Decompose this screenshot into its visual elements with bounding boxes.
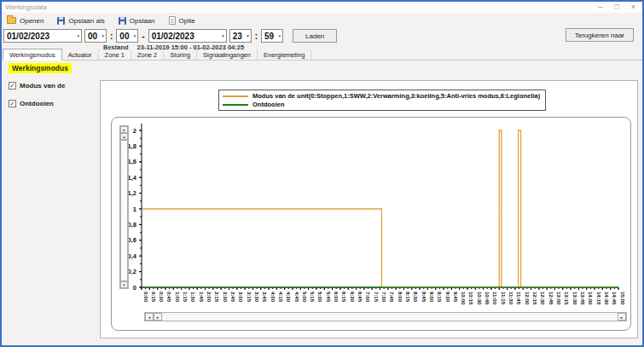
svg-text:0:30: 0:30 — [159, 292, 164, 303]
chevron-down-icon: ▾ — [134, 33, 136, 38]
svg-text:7:45: 7:45 — [389, 292, 394, 303]
svg-text:3:30: 3:30 — [254, 292, 259, 303]
checkbox-icon[interactable]: ✓ — [9, 100, 16, 107]
start-hour-select[interactable]: 00 ▾ — [84, 29, 107, 43]
vertical-scrollbar[interactable]: ▸ ▴ ▾ — [119, 125, 129, 289]
svg-text:6:15: 6:15 — [341, 292, 346, 303]
svg-text:5:45: 5:45 — [326, 292, 331, 303]
scroll-right-icon[interactable]: ▸ — [120, 126, 128, 133]
svg-text:1: 1 — [133, 205, 136, 213]
chart-legend: Modus van de unit(0:Stoppen,1:SWW,2:Verw… — [218, 90, 546, 111]
svg-text:4:00: 4:00 — [270, 292, 276, 303]
series-toggles: ✓Modus van de✓Ontdooien — [9, 82, 65, 107]
tab-storing[interactable]: Storing — [164, 49, 197, 60]
tab-energiemeting[interactable]: Energiemeting — [258, 49, 311, 60]
colon-separator: : — [254, 32, 258, 41]
svg-text:12:00: 12:00 — [525, 292, 530, 305]
svg-text:10:00: 10:00 — [461, 292, 466, 305]
save-as-icon — [57, 17, 65, 25]
svg-text:4:45: 4:45 — [294, 292, 299, 303]
end-date-select[interactable]: 01/02/2023 ▾ — [148, 29, 227, 43]
content-area: Werkingsmodus ✓Modus van de✓Ontdooien Mo… — [2, 61, 642, 345]
svg-text:2:45: 2:45 — [230, 292, 235, 303]
svg-text:5:00: 5:00 — [302, 292, 307, 303]
legend-item: Modus van de unit(0:Stoppen,1:SWW,2:Verw… — [223, 92, 540, 100]
checkbox-modus-van-de[interactable]: ✓Modus van de — [9, 82, 65, 90]
svg-text:0,8: 0,8 — [128, 221, 136, 228]
svg-text:8:15: 8:15 — [405, 292, 410, 303]
svg-text:6:45: 6:45 — [357, 292, 363, 303]
window-title: Werkingsdata — [2, 3, 47, 11]
chevron-down-icon: ▾ — [279, 33, 281, 38]
toolbar-button-opslaan[interactable]: Opslaan — [119, 17, 155, 25]
svg-text:4:30: 4:30 — [286, 292, 291, 303]
svg-text:2: 2 — [133, 127, 136, 135]
svg-text:11:30: 11:30 — [508, 292, 513, 305]
end-hour-select[interactable]: 23 ▾ — [229, 29, 252, 43]
toolbar-button-optie[interactable]: Optie — [169, 16, 195, 25]
scroll-right-icon[interactable]: ▸ — [618, 313, 626, 321]
start-minute-value: 00 — [119, 32, 129, 41]
end-minute-select[interactable]: 59 ▾ — [261, 29, 283, 43]
tab-werkingsmodus[interactable]: Werkingsmodus — [3, 49, 62, 61]
date-filter-row: 01/02/2023 ▾ 00 ▾ : 00 ▾ - 01/02/2023 ▾ … — [2, 28, 642, 43]
close-button[interactable]: × — [631, 2, 635, 13]
options-icon — [169, 16, 176, 25]
toolbar-button-opslaan-als[interactable]: Opslaan als — [57, 17, 104, 25]
tab-actuator[interactable]: Actuator — [62, 49, 99, 60]
svg-text:9:30: 9:30 — [445, 292, 450, 303]
dash-separator: - — [141, 32, 145, 41]
svg-text:9:45: 9:45 — [453, 292, 458, 303]
svg-text:14:45: 14:45 — [612, 292, 617, 305]
svg-text:13:15: 13:15 — [564, 292, 569, 305]
svg-text:10:30: 10:30 — [477, 292, 482, 305]
horizontal-scroll-thumb[interactable] — [162, 313, 618, 321]
scroll-down-icon[interactable]: ▾ — [120, 281, 128, 288]
svg-text:12:45: 12:45 — [548, 292, 554, 305]
scroll-up-icon[interactable]: ▴ — [120, 133, 128, 140]
svg-text:2:00: 2:00 — [206, 292, 212, 303]
scroll-right-icon[interactable]: ▸ — [154, 313, 162, 321]
svg-text:8:45: 8:45 — [421, 292, 426, 303]
toolbar-button-openen[interactable]: Openen — [7, 17, 44, 25]
laden-button[interactable]: Laden — [293, 29, 337, 43]
checkbox-ontdooien[interactable]: ✓Ontdooien — [9, 100, 65, 107]
svg-text:6:30: 6:30 — [350, 292, 355, 303]
svg-text:12:30: 12:30 — [540, 292, 545, 305]
toolbar-button-label: Opslaan — [130, 17, 155, 25]
chart-svg: 00,20,40,60,811,21,41,61,820:000:150:300… — [112, 118, 630, 310]
svg-text:8:30: 8:30 — [413, 292, 418, 303]
svg-text:1:45: 1:45 — [199, 292, 204, 303]
svg-text:7:15: 7:15 — [374, 292, 379, 303]
scroll-left-icon[interactable]: ◂ — [145, 313, 154, 321]
svg-text:14:30: 14:30 — [604, 292, 609, 305]
svg-text:15:00: 15:00 — [620, 292, 625, 305]
start-minute-select[interactable]: 00 ▾ — [116, 29, 138, 43]
tab-zone-2[interactable]: Zone 2 — [131, 49, 164, 60]
checkbox-icon[interactable]: ✓ — [9, 82, 16, 90]
svg-text:2:30: 2:30 — [223, 292, 228, 303]
svg-text:13:30: 13:30 — [572, 292, 577, 305]
svg-text:1:00: 1:00 — [175, 292, 180, 303]
application-window: Werkingsdata – □ × OpenenOpslaan alsOpsl… — [0, 0, 644, 347]
svg-text:8:00: 8:00 — [397, 292, 403, 303]
maximize-button[interactable]: □ — [614, 2, 618, 13]
tab-bar: WerkingsmodusActuatorZone 1Zone 2Storing… — [3, 50, 642, 61]
end-hour-value: 23 — [233, 32, 242, 41]
svg-text:5:15: 5:15 — [310, 292, 315, 303]
start-date-select[interactable]: 01/02/2023 ▾ — [3, 29, 82, 43]
toolbar-button-label: Opslaan als — [68, 17, 104, 25]
minimize-button[interactable]: – — [598, 2, 602, 13]
tab-signaalingangen[interactable]: Signaalingangen — [197, 49, 258, 60]
section-title: Werkingsmodus — [9, 63, 72, 73]
tab-zone-1[interactable]: Zone 1 — [99, 49, 131, 60]
svg-text:9:00: 9:00 — [429, 292, 434, 303]
svg-text:11:45: 11:45 — [516, 292, 521, 305]
horizontal-scrollbar[interactable]: ◂ ▸ ▸ — [144, 312, 627, 321]
chevron-down-icon: ▾ — [247, 33, 249, 38]
terugkeren-button[interactable]: Terugkeren naar — [566, 28, 634, 42]
svg-text:1,8: 1,8 — [128, 142, 136, 150]
svg-text:0:00: 0:00 — [143, 292, 148, 303]
vertical-scroll-thumb[interactable] — [120, 140, 128, 281]
open-folder-icon — [7, 17, 16, 24]
